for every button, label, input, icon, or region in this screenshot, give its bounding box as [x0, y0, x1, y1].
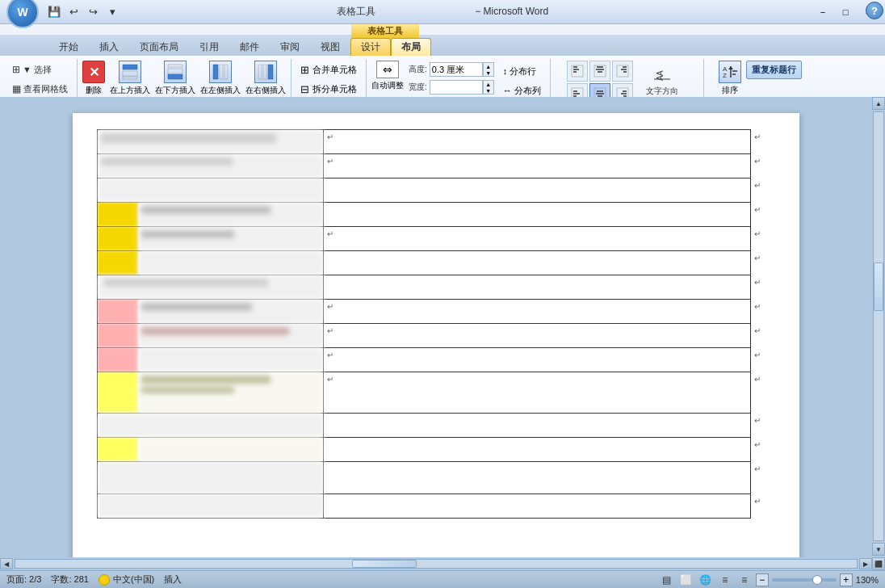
repeat-header-button[interactable]: 重复标题行 — [746, 61, 802, 79]
height-spinner: ▲ ▼ — [482, 63, 493, 76]
table-cell-marker: ↵ — [751, 178, 775, 203]
table-cell: ↵ — [324, 130, 751, 154]
select-icon: ⊞ — [12, 64, 20, 75]
insert-below-button[interactable]: 在下方插入 — [155, 61, 195, 96]
align-top-right[interactable] — [612, 61, 633, 82]
split-cells-button[interactable]: ⊟ 拆分单元格 — [296, 80, 361, 98]
table-cell-marker: ↵ — [751, 251, 775, 275]
table-row: ↵ ↵ — [98, 154, 775, 178]
scroll-jump-button[interactable]: ⬛ — [872, 557, 885, 570]
svg-rect-1 — [123, 71, 137, 76]
ribbon-tabs: 开始 插入 页面布局 引用 邮件 审阅 视图 设计 布局 — [0, 35, 885, 56]
insert-left-button[interactable]: 在左侧插入 — [200, 61, 241, 96]
h-scroll-left-button[interactable]: ◀ — [0, 558, 13, 569]
zoom-minus-button[interactable]: − — [756, 573, 769, 586]
svg-rect-7 — [220, 65, 223, 79]
zoom-slider-thumb[interactable] — [812, 575, 822, 585]
scroll-up-button[interactable]: ▲ — [872, 97, 885, 110]
undo-button[interactable]: ↩ — [65, 3, 82, 21]
insert-above-button[interactable]: 在上方插入 — [110, 61, 150, 96]
distribute-cols-label: 分布列 — [514, 85, 541, 97]
table-cell — [324, 438, 751, 462]
tab-references[interactable]: 引用 — [189, 38, 229, 56]
align-top-left[interactable] — [567, 61, 588, 82]
gridlines-icon: ▦ — [12, 83, 21, 94]
redo-button[interactable]: ↪ — [84, 3, 102, 21]
tab-mailings[interactable]: 邮件 — [229, 38, 270, 56]
tab-design[interactable]: 设计 — [350, 38, 391, 56]
table-cell — [324, 203, 751, 227]
table-row: ↵ ↵ — [98, 227, 775, 251]
height-input[interactable] — [430, 63, 482, 76]
h-scroll-right-button[interactable]: ▶ — [859, 558, 872, 569]
table-cell-marker: ↵ — [751, 462, 775, 494]
table-cell — [324, 494, 751, 519]
table-cell — [98, 414, 324, 438]
insert-right-label: 在右侧插入 — [245, 85, 286, 96]
tab-home[interactable]: 开始 — [48, 38, 89, 56]
tab-review[interactable]: 审阅 — [270, 38, 310, 56]
table-cell-marker: ↵ — [751, 227, 775, 251]
table-cell — [98, 227, 324, 251]
text-direction-button[interactable]: A A 文字方向 — [638, 61, 686, 99]
insert-right-button[interactable]: 在右侧插入 — [245, 61, 286, 96]
tab-page-layout[interactable]: 页面布局 — [129, 38, 189, 56]
height-row: 高度: ▲ ▼ — [409, 62, 494, 77]
distribute-rows-button[interactable]: ↕ 分布行 — [499, 62, 545, 80]
save-button[interactable]: 💾 — [45, 3, 63, 21]
autofit-button[interactable]: ⇔ 自动调整 — [371, 61, 404, 91]
draft-view-button[interactable]: ≡ — [736, 573, 753, 587]
svg-rect-3 — [168, 65, 182, 67]
delete-button[interactable]: ✕ 删除 — [82, 61, 105, 96]
select-button[interactable]: ⊞ ▼ 选择 — [8, 61, 56, 78]
table-cell-marker: ↵ — [751, 203, 775, 227]
h-scroll-thumb[interactable] — [352, 560, 417, 568]
height-input-container: ▲ ▼ — [430, 62, 494, 77]
table-cell — [98, 462, 324, 494]
width-up-button[interactable]: ▲ — [483, 81, 493, 87]
insert-below-label: 在下方插入 — [155, 85, 195, 96]
document-table: ↵ ↵ ↵ ↵ ↵ — [97, 129, 775, 519]
table-row: ↵ — [98, 462, 775, 494]
tab-layout[interactable]: 布局 — [391, 38, 431, 56]
height-down-button[interactable]: ▼ — [483, 69, 493, 76]
office-button[interactable]: W — [6, 0, 39, 28]
gridlines-button[interactable]: ▦ 查看网格线 — [8, 80, 72, 98]
table-cell-marker: ↵ — [751, 324, 775, 348]
full-screen-view-button[interactable]: ⬜ — [678, 573, 694, 587]
table-row: ↵ ↵ — [98, 300, 775, 324]
zoom-plus-button[interactable]: + — [840, 573, 853, 586]
context-tab-label: 表格工具 — [351, 24, 419, 38]
table-cell — [324, 462, 751, 494]
table-cell — [324, 251, 751, 275]
distribute-rows-label: 分布行 — [510, 65, 536, 78]
sort-button[interactable]: A Z 排序 — [719, 61, 741, 96]
height-up-button[interactable]: ▲ — [483, 63, 493, 69]
table-cell-marker: ↵ — [751, 372, 775, 414]
table-row: ↵ ↵ — [98, 372, 775, 414]
table-cell — [98, 324, 324, 348]
table-cell: ↵ — [324, 348, 751, 372]
align-top-center[interactable] — [589, 61, 610, 82]
scroll-thumb[interactable] — [874, 262, 883, 311]
h-scroll-track — [15, 559, 858, 569]
minimize-button[interactable]: − — [812, 4, 833, 20]
width-down-button[interactable]: ▼ — [483, 87, 493, 94]
web-view-button[interactable]: 🌐 — [698, 573, 714, 587]
width-input[interactable] — [430, 81, 482, 94]
split-cells-icon: ⊟ — [300, 83, 309, 95]
help-button[interactable]: ? — [866, 2, 883, 19]
sort-label: 排序 — [722, 85, 738, 96]
outline-view-button[interactable]: ≡ — [717, 573, 733, 587]
table-cell-marker: ↵ — [751, 494, 775, 519]
scroll-down-button[interactable]: ▼ — [872, 543, 885, 556]
qat-dropdown[interactable]: ▾ — [103, 3, 121, 21]
merge-cells-button[interactable]: ⊞ 合并单元格 — [296, 61, 361, 78]
tab-view[interactable]: 视图 — [310, 38, 350, 56]
table-row: ↵ — [98, 251, 775, 275]
maximize-button[interactable]: □ — [835, 4, 856, 20]
table-cell — [98, 203, 324, 227]
zoom-slider-track[interactable] — [772, 578, 837, 582]
print-layout-view-button[interactable]: ▤ — [659, 573, 675, 587]
tab-insert[interactable]: 插入 — [89, 38, 129, 56]
